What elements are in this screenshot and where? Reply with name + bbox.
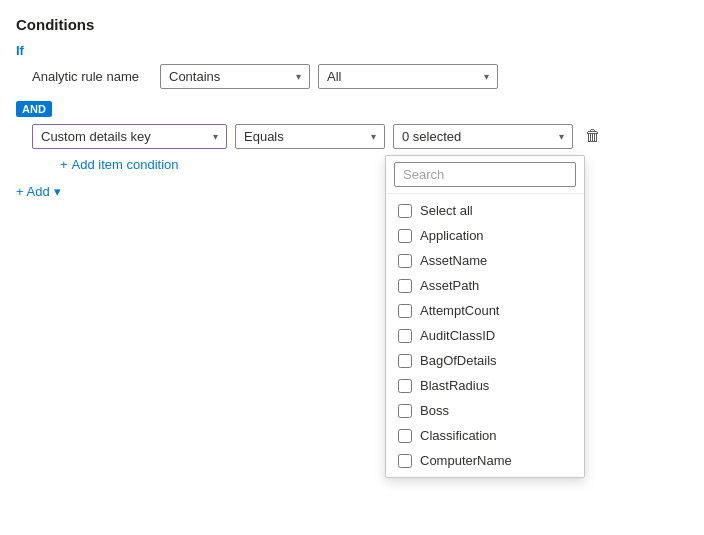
add-chevron-icon: ▾ [54, 184, 61, 199]
list-item-label: ComputerName [420, 453, 512, 468]
list-item[interactable]: Boss [386, 398, 584, 423]
custom-details-key-select[interactable]: Custom details key ▾ [32, 124, 227, 149]
list-item[interactable]: BlastRadius [386, 373, 584, 398]
list-item-label: AssetName [420, 253, 487, 268]
contains-chevron-icon: ▾ [296, 71, 301, 82]
custom-details-chevron-icon: ▾ [213, 131, 218, 142]
list-item[interactable]: AttemptCount [386, 298, 584, 323]
list-item-label: BlastRadius [420, 378, 489, 393]
list-item[interactable]: AssetPath [386, 273, 584, 298]
dropdown-list: Select allApplicationAssetNameAssetPathA… [386, 194, 584, 477]
contains-value: Contains [169, 69, 220, 84]
list-item-checkbox[interactable] [398, 229, 412, 243]
list-item-label: AuditClassID [420, 328, 495, 343]
list-item[interactable]: Application [386, 223, 584, 248]
add-label: + Add [16, 184, 50, 199]
list-item[interactable]: Classification [386, 423, 584, 448]
dropdown-panel: Select allApplicationAssetNameAssetPathA… [385, 155, 585, 478]
list-item-checkbox[interactable] [398, 379, 412, 393]
search-input[interactable] [394, 162, 576, 187]
all-value: All [327, 69, 341, 84]
equals-chevron-icon: ▾ [371, 131, 376, 142]
list-item-label: Select all [420, 203, 473, 218]
add-link[interactable]: + Add ▾ [16, 184, 688, 199]
add-item-condition-link[interactable]: + Add item condition [60, 157, 688, 172]
if-label: If [16, 43, 688, 58]
list-item-checkbox[interactable] [398, 204, 412, 218]
list-item[interactable]: Select all [386, 198, 584, 223]
plus-icon: + [60, 157, 68, 172]
list-item-label: AssetPath [420, 278, 479, 293]
list-item[interactable]: AuditClassID [386, 323, 584, 348]
equals-select[interactable]: Equals ▾ [235, 124, 385, 149]
all-chevron-icon: ▾ [484, 71, 489, 82]
list-item-checkbox[interactable] [398, 429, 412, 443]
list-item-label: Application [420, 228, 484, 243]
list-item-checkbox[interactable] [398, 304, 412, 318]
list-item-label: Classification [420, 428, 497, 443]
list-item[interactable]: AssetName [386, 248, 584, 273]
list-item-checkbox[interactable] [398, 404, 412, 418]
list-item[interactable]: BagOfDetails [386, 348, 584, 373]
contains-select[interactable]: Contains ▾ [160, 64, 310, 89]
equals-value: Equals [244, 129, 284, 144]
analytic-rule-name-label: Analytic rule name [32, 69, 152, 84]
custom-details-key-value: Custom details key [41, 129, 151, 144]
list-item-checkbox[interactable] [398, 254, 412, 268]
list-item-checkbox[interactable] [398, 279, 412, 293]
list-item-checkbox[interactable] [398, 329, 412, 343]
and-badge: AND [16, 101, 52, 117]
zero-selected-value: 0 selected [402, 129, 461, 144]
delete-icon: 🗑 [585, 127, 601, 145]
list-item-checkbox[interactable] [398, 454, 412, 468]
list-item-label: AttemptCount [420, 303, 500, 318]
zero-selected-select[interactable]: 0 selected ▾ [393, 124, 573, 149]
zero-selected-chevron-icon: ▾ [559, 131, 564, 142]
list-item[interactable]: ComputerName [386, 448, 584, 473]
add-item-condition-label: Add item condition [72, 157, 179, 172]
all-select[interactable]: All ▾ [318, 64, 498, 89]
list-item-label: BagOfDetails [420, 353, 497, 368]
list-item-label: Boss [420, 403, 449, 418]
page-title: Conditions [16, 16, 688, 33]
list-item-checkbox[interactable] [398, 354, 412, 368]
delete-button[interactable]: 🗑 [581, 123, 605, 149]
